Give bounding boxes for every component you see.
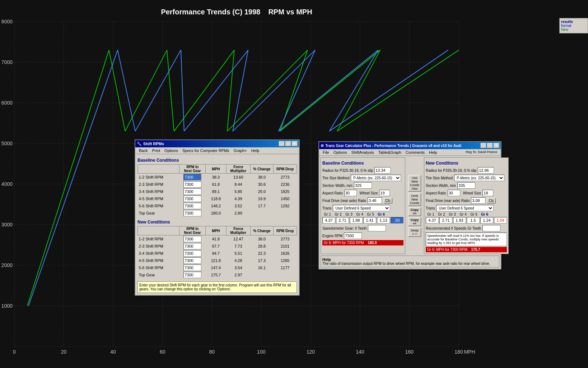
baseline-rpm-input-5[interactable] bbox=[183, 210, 201, 216]
baseline-wheel-input[interactable] bbox=[379, 190, 390, 196]
shift-rpms-window: 🔧 Shift RPMs _ □ ✕ Back Print Options Sp… bbox=[135, 139, 300, 296]
new-speedo-input[interactable] bbox=[482, 225, 500, 231]
baseline-rpm-input-0[interactable] bbox=[183, 174, 201, 180]
tg-maximize-button[interactable]: □ bbox=[487, 143, 493, 148]
baseline-row-change-0: 38.0 bbox=[250, 174, 274, 181]
tg-menu-file[interactable]: File bbox=[321, 150, 331, 155]
baseline-row-rpm-in-3[interactable] bbox=[179, 195, 205, 202]
omit-new-conds-button[interactable]: OmitNewConds bbox=[408, 193, 421, 206]
baseline-rpm-input-4[interactable] bbox=[183, 203, 201, 209]
maximize-button[interactable]: □ bbox=[285, 141, 291, 146]
baseline-tire-row: Tire Size Method P-Metric (ex. 225-60-15… bbox=[322, 175, 403, 181]
baseline-gear5-input[interactable] bbox=[377, 217, 390, 224]
tg-menu-table[interactable]: Table&Graph bbox=[376, 150, 403, 155]
new-row-mph-4: 147.4 bbox=[205, 264, 226, 271]
new-final-drive-input[interactable] bbox=[471, 197, 485, 204]
new-row-change-3: 17.3 bbox=[250, 257, 274, 264]
baseline-row-rpm-in-4[interactable] bbox=[179, 202, 205, 210]
tg-menu-shift[interactable]: ShiftAnalysis bbox=[349, 150, 376, 155]
use-new-conds-button[interactable]: UseNewCondsAlso bbox=[408, 175, 421, 192]
baseline-engine-rpm-input[interactable] bbox=[344, 233, 362, 239]
new-tire-select[interactable]: P-Metric (ex. 225-60-15) bbox=[454, 175, 504, 181]
baseline-gear-values-row bbox=[322, 217, 403, 224]
baseline-gear1-input[interactable] bbox=[322, 217, 335, 224]
baseline-radius-input[interactable] bbox=[374, 167, 391, 174]
baseline-gear4-input[interactable] bbox=[363, 217, 376, 224]
tg-close-button[interactable]: ✕ bbox=[494, 143, 499, 148]
new-row-rpm-in-2[interactable] bbox=[179, 250, 205, 257]
format-option[interactable]: format bbox=[561, 24, 586, 28]
baseline-row-rpm-in-2[interactable] bbox=[179, 188, 205, 195]
minimize-button[interactable]: _ bbox=[279, 141, 285, 146]
new-radius-input[interactable] bbox=[478, 167, 494, 174]
new-col-mph: MPH bbox=[205, 226, 226, 235]
baseline-aspect-row: Aspect Ratio Wheel Size bbox=[322, 190, 403, 196]
copy-right-button[interactable]: Copy>> bbox=[408, 207, 421, 216]
baseline-aspect-input[interactable] bbox=[344, 190, 357, 196]
new-width-input[interactable] bbox=[457, 182, 475, 189]
tg-baseline-header: Baseline Conditions bbox=[322, 161, 403, 166]
new-rpm-input-4[interactable] bbox=[183, 264, 201, 271]
new-clc-button[interactable]: Clc bbox=[487, 198, 495, 203]
baseline-gear2-input[interactable] bbox=[336, 217, 349, 224]
new-gear2-input[interactable] bbox=[439, 217, 452, 224]
new-rpm-input-5[interactable] bbox=[183, 272, 201, 278]
baseline-tire-select[interactable]: P-Metric (ex. 225-60-15) bbox=[351, 175, 401, 181]
new-row-mph-1: 67.7 bbox=[205, 243, 226, 250]
tg-minimize-button[interactable]: _ bbox=[481, 143, 486, 148]
new-gr6-mph-value: 175.7 bbox=[471, 248, 480, 252]
new-gear3-input[interactable] bbox=[453, 217, 466, 224]
new-wheel-input[interactable] bbox=[482, 190, 493, 196]
menu-graph[interactable]: Graph+ bbox=[232, 148, 249, 153]
new-trans-select[interactable]: User Defined 6 Speed bbox=[436, 205, 494, 211]
baseline-row-mph-3: 118.8 bbox=[205, 195, 226, 202]
baseline-row-drop-4: 1292 bbox=[274, 202, 297, 210]
baseline-trans-select[interactable]: User Defined 6 Speed bbox=[333, 205, 390, 211]
baseline-row-force-0: 13.60 bbox=[227, 174, 251, 181]
new-gear5-input[interactable] bbox=[480, 217, 493, 224]
new-aspect-label: Aspect Ratio bbox=[426, 191, 446, 195]
baseline-rpm-input-1[interactable] bbox=[183, 181, 201, 188]
baseline-rpm-input-2[interactable] bbox=[183, 188, 201, 195]
shift-rpms-title: Shift RPMs bbox=[143, 142, 164, 146]
new-rpm-input-0[interactable] bbox=[183, 236, 201, 242]
new-row-rpm-in-1[interactable] bbox=[179, 243, 205, 250]
new-row-rpm-in-0[interactable] bbox=[179, 235, 205, 243]
new-rpm-input-2[interactable] bbox=[183, 250, 201, 257]
new-row-rpm-in-4[interactable] bbox=[179, 264, 205, 271]
baseline-final-drive-input[interactable] bbox=[368, 197, 382, 204]
menu-print[interactable]: Print bbox=[150, 148, 162, 153]
new-gear1-input[interactable] bbox=[426, 217, 439, 224]
menu-help[interactable]: Help bbox=[249, 148, 262, 153]
swap-button[interactable]: Swap< > bbox=[408, 227, 421, 237]
baseline-rpm-input-3[interactable] bbox=[183, 196, 201, 202]
new-row-label-4: 5-6 Shift RPM bbox=[138, 264, 179, 271]
menu-specs[interactable]: Specs for Computer RPMs bbox=[180, 148, 232, 153]
baseline-clc-button[interactable]: Clc bbox=[383, 198, 392, 203]
tg-menu-comments[interactable]: Comments bbox=[403, 150, 427, 155]
new-row-rpm-in-3[interactable] bbox=[179, 257, 205, 264]
baseline-row-rpm-in-0[interactable] bbox=[179, 174, 205, 181]
menu-back[interactable]: Back bbox=[137, 148, 150, 153]
new-row-rpm-in-5[interactable] bbox=[179, 271, 205, 279]
new-gear6-input[interactable] bbox=[494, 217, 507, 224]
baseline-speedo-input[interactable] bbox=[368, 225, 386, 231]
baseline-gear3-input[interactable] bbox=[350, 217, 363, 224]
baseline-gear6-input[interactable] bbox=[391, 217, 403, 224]
new-rpm-input-1[interactable] bbox=[183, 243, 201, 249]
new-option[interactable]: New bbox=[561, 28, 586, 32]
new-gear4-input[interactable] bbox=[467, 217, 480, 224]
new-final-drive-label: Final Drive (rear axle) Ratio bbox=[426, 199, 470, 203]
new-rpm-input-3[interactable] bbox=[183, 257, 201, 264]
tg-menu-help[interactable]: Help bbox=[427, 150, 439, 155]
copy-left-button[interactable]: Copy<< bbox=[408, 217, 421, 226]
baseline-row-rpm-in-1[interactable] bbox=[179, 181, 205, 188]
menu-options[interactable]: Options bbox=[162, 148, 180, 153]
baseline-tire-label: Tire Size Method bbox=[322, 176, 349, 180]
tg-menu-options[interactable]: Options bbox=[331, 150, 349, 155]
baseline-row-rpm-in-5[interactable] bbox=[179, 210, 205, 217]
close-button[interactable]: ✕ bbox=[292, 141, 298, 146]
baseline-width-input[interactable] bbox=[354, 182, 372, 189]
new-aspect-input[interactable] bbox=[448, 190, 460, 196]
baseline-row-drop-1: 2236 bbox=[274, 181, 297, 188]
